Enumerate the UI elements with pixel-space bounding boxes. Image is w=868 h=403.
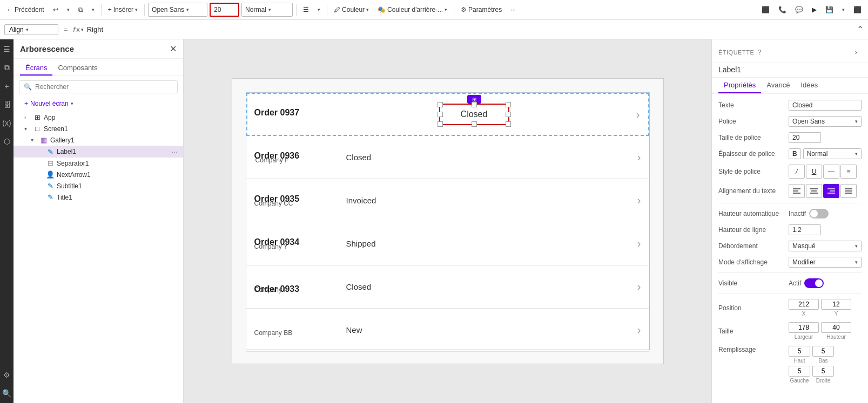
align-options-button[interactable]: ☰ <box>300 4 312 15</box>
strikethrough-button[interactable]: — <box>823 165 839 179</box>
taille-police-input[interactable] <box>789 132 821 143</box>
layers-icon[interactable]: ⧉ <box>2 61 12 74</box>
variable-icon[interactable]: (x) <box>0 117 13 129</box>
hauteur-ligne-input[interactable] <box>789 224 821 235</box>
taille-w-input[interactable] <box>789 322 819 333</box>
couleur-button[interactable]: 🖊 Couleur ▾ <box>331 4 372 15</box>
undo-button[interactable]: ↩ <box>50 4 62 15</box>
tree-tab-ecrans[interactable]: Écrans <box>20 61 52 76</box>
font-size-input[interactable]: 20 <box>210 3 239 17</box>
align-dropdown-button[interactable]: ▾ <box>314 5 324 14</box>
hamburger-icon[interactable]: ☰ <box>1 43 12 56</box>
play-button[interactable]: ▶ <box>809 4 820 15</box>
handle-bc[interactable] <box>472 121 477 127</box>
copy-button[interactable]: ⧉ <box>75 4 86 15</box>
mode-dropdown[interactable]: Modifier ▾ <box>789 257 862 268</box>
pad-haut-input[interactable] <box>789 346 810 357</box>
undo-dropdown[interactable]: ▾ <box>64 5 73 14</box>
label1-label: Label1 <box>57 148 169 155</box>
search-icon[interactable]: 🔍 <box>0 387 14 400</box>
style-btn-row: / U — ≡ <box>789 165 857 179</box>
handle-bl[interactable] <box>438 121 443 127</box>
connector-icon[interactable]: ⬡ <box>2 135 12 148</box>
right-tab-avance[interactable]: Avancé <box>761 78 795 93</box>
canvas-area: Order 0938 Company F ⊞ <box>184 39 711 403</box>
taille-h-input[interactable] <box>821 322 851 333</box>
back-button[interactable]: ← Précédent <box>3 4 48 15</box>
align-justify-button[interactable] <box>840 184 857 198</box>
tree-tab-composants[interactable]: Composants <box>52 61 103 76</box>
new-screen-button[interactable]: + Nouvel écran ▾ <box>19 98 178 110</box>
position-x-input[interactable] <box>789 299 819 310</box>
insert-panel-icon[interactable]: + <box>2 80 11 93</box>
tree-search-input[interactable] <box>35 83 173 91</box>
handle-tr[interactable] <box>506 102 511 107</box>
right-tab-proprietes[interactable]: Propriétés <box>718 78 761 93</box>
tree-item-label1[interactable]: ✎ Label1 ··· <box>14 146 183 158</box>
label1-more-button[interactable]: ··· <box>171 147 178 156</box>
epaisseur-dropdown[interactable]: Normal ▾ <box>803 148 862 159</box>
tree-item-screen1[interactable]: ▾ □ Screen1 <box>14 123 183 134</box>
couleur-arriere-button[interactable]: 🎭 Couleur d'arrière-... ▾ <box>374 4 450 15</box>
align-left-button[interactable] <box>789 184 805 198</box>
align-dropdown[interactable]: Align ▾ <box>4 24 58 35</box>
copy-dropdown[interactable]: ▾ <box>89 5 98 14</box>
taille-h-group: Hauteur <box>821 322 851 340</box>
tree-item-separator1[interactable]: ⊟ Separator1 <box>14 158 183 169</box>
tree-item-title1[interactable]: ✎ Title1 <box>14 192 183 203</box>
equals-sign: = <box>64 25 68 33</box>
texte-input[interactable] <box>789 100 862 111</box>
underline-button[interactable]: U <box>806 165 822 179</box>
hauteur-auto-toggle[interactable] <box>809 209 829 218</box>
visible-toggle[interactable] <box>804 278 824 288</box>
taille-label: Taille <box>718 327 789 335</box>
font-name-dropdown[interactable]: Open Sans ▾ <box>148 3 207 17</box>
pad-bas-input[interactable] <box>812 346 834 357</box>
epaisseur-chevron: ▾ <box>855 151 858 156</box>
pad-droite-input[interactable] <box>812 366 834 377</box>
handle-tc[interactable] <box>472 102 477 107</box>
other-style-button[interactable]: ≡ <box>840 165 857 179</box>
font-weight-chevron: ▾ <box>268 7 271 12</box>
tree-item-app[interactable]: › ⊞ App <box>14 112 183 123</box>
right-tab-idees[interactable]: Idées <box>795 78 823 93</box>
phone-button[interactable]: 📞 <box>775 4 790 15</box>
gallery-row-5[interactable]: Order 0933 New › <box>246 309 649 352</box>
align-right-button[interactable] <box>823 184 839 198</box>
font-size-value: 20 <box>214 6 221 13</box>
right-panel-expand-icon[interactable]: › <box>851 44 862 60</box>
help-icon[interactable]: ? <box>757 48 761 56</box>
parametres-button[interactable]: ⚙ Paramètres <box>457 4 505 15</box>
tree-close-button[interactable]: ✕ <box>170 44 177 54</box>
insert-button[interactable]: + Insérer ▾ <box>105 4 141 15</box>
handle-ml[interactable] <box>438 112 443 117</box>
tree-item-gallery1[interactable]: ▾ ▦ Gallery1 <box>14 134 183 146</box>
handle-br[interactable] <box>506 121 511 127</box>
formula-expand-icon[interactable]: ⌃ <box>857 24 864 35</box>
formula-input[interactable] <box>87 25 853 33</box>
gallery-row-5-status: New <box>346 325 637 334</box>
align-center-button[interactable] <box>806 184 822 198</box>
tree-item-subtitle1[interactable]: ✎ Subtitle1 <box>14 180 183 192</box>
handle-mr[interactable] <box>506 112 511 117</box>
save-dropdown[interactable]: ▾ <box>839 5 848 14</box>
chat-button[interactable]: 💬 <box>792 4 806 15</box>
align-btn-row <box>789 184 857 198</box>
tree-item-nextarrow1[interactable]: 👤 NextArrow1 <box>14 169 183 180</box>
pad-gauche-input[interactable] <box>789 366 810 377</box>
save-button[interactable]: 💾 <box>822 4 837 15</box>
handle-tl[interactable] <box>438 102 443 107</box>
position-y-input[interactable] <box>821 299 851 310</box>
italic-button[interactable]: / <box>789 165 805 179</box>
debordement-dropdown[interactable]: Masqué ▾ <box>789 241 862 251</box>
label1-selected-box[interactable]: ⊞ Closed <box>439 104 509 125</box>
police-dropdown[interactable]: Open Sans ▾ <box>789 116 862 127</box>
publish-button[interactable]: ⬛ <box>850 4 865 15</box>
settings-icon[interactable]: ⚙ <box>1 368 12 381</box>
epaisseur-b-button[interactable]: B <box>789 148 801 159</box>
data-icon[interactable]: 🗄 <box>1 98 13 111</box>
share-button[interactable]: ⬛ <box>758 4 773 15</box>
epaisseur-label: Épaisseur de police <box>718 150 789 158</box>
more-options-button[interactable]: ··· <box>507 4 519 15</box>
font-weight-dropdown[interactable]: Normal ▾ <box>241 3 293 17</box>
